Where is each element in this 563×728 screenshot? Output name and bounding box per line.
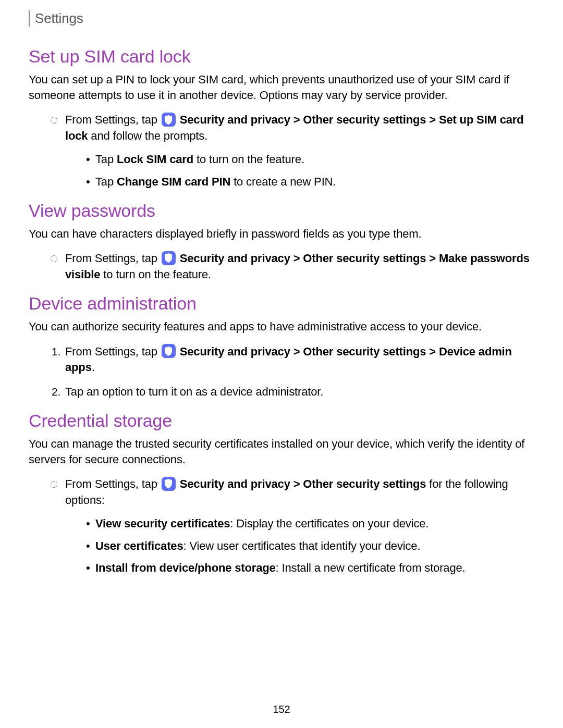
header-title: Settings <box>35 10 83 26</box>
section-list: From Settings, tap Security and privacy … <box>29 251 534 283</box>
sub-post: : View user certificates that identify y… <box>183 539 421 552</box>
section-intro: You can authorize security features and … <box>29 319 534 335</box>
section-list: From Settings, tap Security and privacy … <box>29 344 534 400</box>
inner-list: Tap Lock SIM card to turn on the feature… <box>65 152 534 190</box>
item-pre: From Settings, tap <box>65 252 161 265</box>
item-path: Security and privacy > Other security se… <box>180 477 426 490</box>
sub-bold: View security certificates <box>95 517 230 530</box>
section-intro: You can have characters displayed briefl… <box>29 226 534 242</box>
page-number: 152 <box>0 704 563 715</box>
section-intro: You can set up a PIN to lock your SIM ca… <box>29 72 534 103</box>
inner-list-item: View security certificates: Display the … <box>86 516 534 532</box>
section-intro: You can manage the trusted security cert… <box>29 436 534 467</box>
item-post: to turn on the feature. <box>100 268 211 281</box>
section-list: From Settings, tap Security and privacy … <box>29 476 534 576</box>
sub-post: to create a new PIN. <box>230 175 336 188</box>
inner-list: View security certificates: Display the … <box>65 516 534 576</box>
section-heading: View passwords <box>29 201 534 221</box>
page-content: Set up SIM card lockYou can set up a PIN… <box>29 46 534 576</box>
shield-icon <box>162 251 176 265</box>
list-item: From Settings, tap Security and privacy … <box>51 112 534 190</box>
item-post: . <box>92 361 95 374</box>
inner-list-item: Tap Lock SIM card to turn on the feature… <box>86 152 534 168</box>
sub-pre: Tap <box>95 175 117 188</box>
sub-post: to turn on the feature. <box>193 153 304 166</box>
section-list: From Settings, tap Security and privacy … <box>29 112 534 190</box>
sub-post: : Display the certificates on your devic… <box>230 517 429 530</box>
inner-list-item: User certificates: View user certificate… <box>86 538 534 554</box>
sub-bold: Change SIM card PIN <box>117 175 230 188</box>
shield-icon <box>162 113 176 127</box>
page-header: Settings <box>29 10 534 27</box>
item-pre: From Settings, tap <box>65 477 161 490</box>
sub-bold: Install from device/phone storage <box>95 561 276 574</box>
list-item: From Settings, tap Security and privacy … <box>51 476 534 576</box>
item-pre: From Settings, tap <box>65 113 161 126</box>
section-heading: Set up SIM card lock <box>29 46 534 67</box>
inner-list-item: Install from device/phone storage: Insta… <box>86 560 534 576</box>
item-text: Tap an option to turn it on as a device … <box>65 385 323 398</box>
section-heading: Device administration <box>29 293 534 314</box>
sub-bold: Lock SIM card <box>117 153 193 166</box>
sub-pre: Tap <box>95 153 117 166</box>
inner-list-item: Tap Change SIM card PIN to create a new … <box>86 174 534 190</box>
shield-icon <box>162 344 176 358</box>
sub-bold: User certificates <box>95 539 183 552</box>
item-pre: From Settings, tap <box>65 345 161 358</box>
list-item: From Settings, tap Security and privacy … <box>51 344 534 376</box>
section-heading: Credential storage <box>29 411 534 431</box>
list-item: From Settings, tap Security and privacy … <box>51 251 534 283</box>
list-item: Tap an option to turn it on as a device … <box>51 384 534 400</box>
item-post: and follow the prompts. <box>88 129 207 142</box>
shield-icon <box>162 477 176 491</box>
sub-post: : Install a new certificate from storage… <box>276 561 466 574</box>
